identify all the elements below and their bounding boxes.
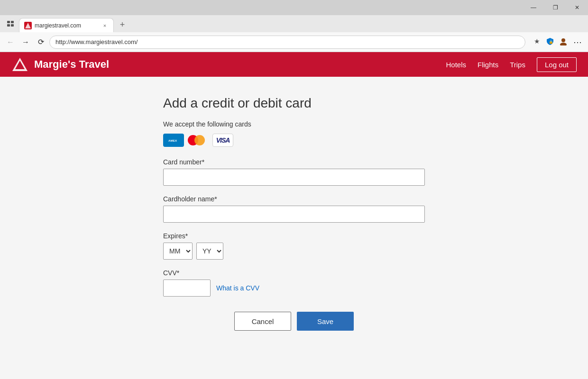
browser-tab[interactable]: margiestravel.com × — [19, 18, 114, 32]
nav-flights[interactable]: Flights — [478, 61, 498, 69]
form-actions: Cancel Save — [163, 312, 425, 331]
cvv-input[interactable] — [163, 280, 211, 297]
svg-rect-1 — [11, 21, 14, 23]
svg-rect-3 — [11, 24, 14, 27]
mastercard-icon — [188, 134, 209, 147]
page-content: Margie's Travel Hotels Flights Trips Log… — [0, 52, 588, 379]
form-title: Add a credit or debit card — [163, 96, 425, 111]
profile-icon[interactable] — [558, 36, 569, 47]
cardholder-name-input[interactable] — [163, 206, 425, 223]
cvv-row: What is a CVV — [163, 280, 425, 297]
tab-favicon — [24, 22, 32, 29]
expires-field: Expires* MM 010203 040506 070809 101112 … — [163, 232, 425, 260]
site-logo: Margie's Travel — [11, 56, 109, 73]
nav-hotels[interactable]: Hotels — [446, 61, 466, 69]
expires-month-select[interactable]: MM 010203 040506 070809 101112 — [163, 243, 193, 260]
address-text: http://www.margiestravel.com/ — [55, 38, 138, 45]
card-number-field: Card number* — [163, 158, 425, 186]
svg-point-7 — [560, 43, 567, 45]
address-bar[interactable]: http://www.margiestravel.com/ — [49, 36, 525, 49]
card-number-input[interactable] — [163, 169, 425, 186]
amex-icon: AMEX — [163, 134, 184, 147]
browser-nav: ← → ⟳ http://www.margiestravel.com/ ★ 🔒 … — [0, 32, 588, 52]
shield-icon[interactable]: 🔒 — [544, 36, 556, 47]
logout-button[interactable]: Log out — [537, 57, 577, 72]
cvv-label: CVV* — [163, 269, 425, 277]
window-controls: — ❐ ✕ — [523, 0, 588, 15]
tab-close-button[interactable]: × — [101, 22, 109, 29]
cardholder-name-label: Cardholder name* — [163, 195, 425, 203]
visa-icon: VISA — [212, 134, 233, 147]
svg-point-6 — [561, 38, 565, 42]
save-button[interactable]: Save — [297, 312, 354, 331]
svg-rect-0 — [7, 21, 10, 23]
close-button[interactable]: ✕ — [566, 0, 588, 15]
minimize-button[interactable]: — — [523, 0, 544, 15]
cancel-button[interactable]: Cancel — [234, 312, 291, 331]
accepted-cards-label: We accept the following cards — [163, 120, 425, 128]
cvv-field: CVV* What is a CVV — [163, 269, 425, 297]
favorites-icon[interactable]: ★ — [531, 36, 542, 47]
forward-button[interactable]: → — [19, 36, 32, 49]
svg-marker-4 — [25, 23, 31, 28]
address-bar-icons: ★ 🔒 ⋯ — [531, 36, 584, 49]
svg-rect-2 — [7, 24, 10, 27]
site-header: Margie's Travel Hotels Flights Trips Log… — [0, 52, 588, 77]
expires-year-select[interactable]: YY 242526 272829 303132 — [196, 243, 223, 260]
back-button[interactable]: ← — [4, 36, 17, 49]
expires-row: MM 010203 040506 070809 101112 YY 242526… — [163, 243, 425, 260]
browser-menu-button[interactable]: ⋯ — [571, 36, 584, 49]
what-is-cvv-link[interactable]: What is a CVV — [216, 284, 259, 292]
nav-trips[interactable]: Trips — [510, 61, 525, 69]
tab-bar: margiestravel.com × + — [0, 15, 588, 32]
card-number-label: Card number* — [163, 158, 425, 166]
svg-text:AMEX: AMEX — [168, 139, 177, 142]
cardholder-name-field: Cardholder name* — [163, 195, 425, 223]
refresh-button[interactable]: ⟳ — [34, 36, 47, 49]
new-tab-button[interactable]: + — [116, 18, 129, 31]
maximize-button[interactable]: ❐ — [544, 0, 566, 15]
expires-label: Expires* — [163, 232, 425, 240]
site-name: Margie's Travel — [34, 58, 109, 71]
tab-overview-button[interactable] — [4, 17, 17, 30]
title-bar: — ❐ ✕ — [0, 0, 588, 15]
card-icons: AMEX VISA — [163, 134, 425, 147]
site-nav: Hotels Flights Trips Log out — [446, 57, 577, 72]
form-container: Add a credit or debit card We accept the… — [152, 96, 436, 331]
svg-text:🔒: 🔒 — [549, 39, 553, 44]
tab-title: margiestravel.com — [35, 22, 98, 29]
